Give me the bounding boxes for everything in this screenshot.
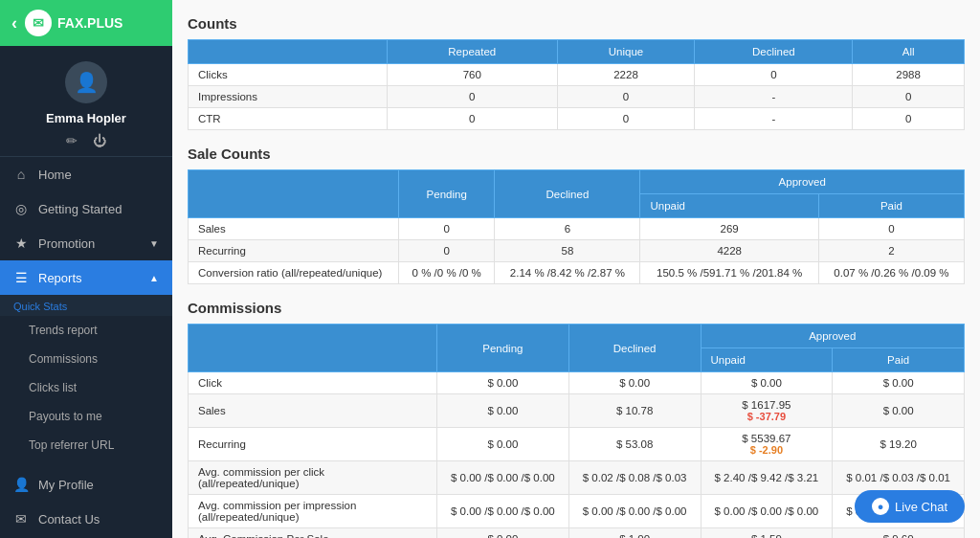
table-row: Conversion ratio (all/repeated/unique) 0… (189, 262, 965, 284)
cell-comm-recurring-pending: $ 0.00 (437, 428, 569, 461)
brand-name: FAX.PLUS (57, 15, 122, 31)
sidebar-item-promotion[interactable]: ★ Promotion ▼ (0, 226, 172, 260)
cell-ctr-unique: 0 (557, 108, 695, 130)
live-chat-label: Live Chat (895, 500, 947, 514)
counts-col-declined: Declined (695, 40, 853, 64)
cell-conversion-paid: 0.07 % /0.26 % /0.09 % (818, 262, 964, 284)
top-referrer-url-label: Top referrer URL (29, 438, 114, 452)
cell-comm-sales-unpaid-refund: $ -37.79 (711, 411, 823, 422)
sidebar-item-getting-started[interactable]: ◎ Getting Started (0, 191, 172, 226)
cell-avg-sale-paid: $ 9.60 (833, 528, 965, 539)
table-row: Sales 0 6 269 0 (189, 218, 965, 240)
cell-comm-recurring-declined: $ 53.08 (568, 428, 701, 461)
my-profile-icon: 👤 (13, 477, 29, 492)
cell-avg-click-label: Avg. commission per click (all/repeated/… (189, 461, 437, 495)
table-row: Recurring $ 0.00 $ 53.08 $ 5539.67 $ -2.… (189, 428, 965, 461)
sale-col-label (189, 170, 399, 218)
getting-started-icon: ◎ (13, 201, 29, 216)
cell-comm-recurring-label: Recurring (189, 428, 437, 461)
counts-col-unique: Unique (557, 40, 695, 64)
cell-impressions-declined: - (695, 86, 853, 108)
counts-col-all: All (853, 40, 965, 64)
main-content: Counts Repeated Unique Declined All Clic… (172, 0, 980, 538)
cell-clicks-declined: 0 (695, 64, 853, 86)
cell-comm-sales-label: Sales (189, 394, 437, 428)
cell-comm-sales-pending: $ 0.00 (437, 394, 569, 428)
cell-ctr-all: 0 (853, 108, 965, 130)
sidebar-item-contact-us[interactable]: ✉ Contact Us (0, 502, 172, 536)
cell-click-declined: $ 0.00 (568, 372, 701, 394)
commissions-title: Commissions (188, 300, 965, 316)
sale-col-pending: Pending (399, 170, 495, 218)
sidebar-subitem-trends-report[interactable]: Trends report (0, 316, 172, 345)
cell-sales-pending: 0 (399, 218, 495, 240)
cell-click-paid: $ 0.00 (833, 372, 965, 394)
cell-sales-paid: 0 (818, 218, 964, 240)
cell-conversion-label: Conversion ratio (all/repeated/unique) (189, 262, 399, 284)
edit-profile-icon[interactable]: ✏ (66, 133, 78, 148)
cell-avg-sale-unpaid: $ 1.59 (701, 528, 833, 539)
chevron-up-icon: ▲ (149, 273, 159, 283)
sidebar-subitem-payouts-to-me[interactable]: Payouts to me (0, 402, 172, 431)
cell-comm-sales-unpaid-main: $ 1617.95 (711, 399, 823, 411)
cell-impressions-unique: 0 (557, 86, 695, 108)
sidebar-item-my-profile[interactable]: 👤 My Profile (0, 467, 172, 502)
cell-impressions-label: Impressions (189, 86, 388, 108)
cell-conversion-declined: 2.14 % /8.42 % /2.87 % (495, 262, 640, 284)
table-row: Click $ 0.00 $ 0.00 $ 0.00 $ 0.00 (189, 372, 965, 394)
cell-avg-impression-unpaid: $ 0.00 /$ 0.00 /$ 0.00 (701, 495, 833, 528)
avatar: 👤 (65, 61, 107, 103)
promotion-icon: ★ (13, 235, 29, 251)
user-actions: ✏ ⏻ (66, 133, 106, 148)
comm-col-label (189, 325, 437, 372)
table-row: Impressions 0 0 - 0 (189, 86, 965, 108)
cell-conversion-unpaid: 150.5 % /591.71 % /201.84 % (640, 262, 818, 284)
cell-avg-sale-pending: $ 0.00 (437, 528, 569, 539)
cell-avg-impression-pending: $ 0.00 /$ 0.00 /$ 0.00 (437, 495, 569, 528)
cell-conversion-pending: 0 % /0 % /0 % (399, 262, 495, 284)
cell-comm-sales-paid: $ 0.00 (833, 394, 965, 428)
home-icon: ⌂ (13, 167, 29, 182)
table-row: Recurring 0 58 4228 2 (189, 240, 965, 262)
sidebar-item-reports[interactable]: ☰ Reports ▲ (0, 260, 172, 295)
sidebar-item-label: Reports (38, 271, 82, 285)
cell-comm-sales-declined: $ 10.78 (568, 394, 701, 428)
sidebar-subitem-commissions[interactable]: Commissions (0, 345, 172, 373)
live-chat-icon: ● (872, 498, 889, 515)
cell-comm-recurring-unpaid: $ 5539.67 $ -2.90 (701, 428, 833, 461)
clicks-list-label: Clicks list (29, 381, 77, 394)
table-row: Avg. commission per impression (all/repe… (189, 495, 965, 528)
cell-avg-click-pending: $ 0.00 /$ 0.00 /$ 0.00 (437, 461, 569, 495)
user-section: 👤 Emma Hopler ✏ ⏻ (0, 46, 172, 157)
cell-comm-recurring-unpaid-chargeback: $ -2.90 (711, 444, 823, 456)
counts-table: Repeated Unique Declined All Clicks 760 … (188, 39, 965, 130)
sidebar-item-home[interactable]: ⌂ Home (0, 157, 172, 191)
cell-click-unpaid: $ 0.00 (701, 372, 833, 394)
live-chat-button[interactable]: ● Live Chat (855, 490, 965, 523)
cell-click-label: Click (189, 372, 437, 394)
logout-icon[interactable]: ⏻ (93, 133, 106, 148)
cell-sales-declined: 6 (495, 218, 640, 240)
sidebar-item-label: My Profile (38, 478, 94, 492)
sidebar-subitem-clicks-list[interactable]: Clicks list (0, 373, 172, 402)
cell-avg-sale-label: Avg. Commission Per Sale (189, 528, 437, 539)
cell-recurring-unpaid: 4228 (640, 240, 818, 262)
sidebar-header: ‹ ✉ FAX.PLUS (0, 0, 172, 46)
sidebar-subitem-top-referrer-url[interactable]: Top referrer URL (0, 431, 172, 460)
sidebar-logo: ✉ FAX.PLUS (25, 10, 122, 36)
cell-sales-label: Sales (189, 218, 399, 240)
back-button[interactable]: ‹ (11, 13, 17, 34)
comm-col-pending: Pending (437, 325, 569, 372)
sale-counts-title: Sale Counts (188, 146, 965, 162)
comm-col-approved: Approved (701, 325, 965, 348)
table-row: CTR 0 0 - 0 (189, 108, 965, 130)
counts-title: Counts (188, 15, 965, 32)
cell-sales-unpaid: 269 (640, 218, 818, 240)
cell-ctr-repeated: 0 (387, 108, 557, 130)
cell-comm-recurring-paid: $ 19.20 (833, 428, 965, 461)
cell-recurring-paid: 2 (818, 240, 964, 262)
counts-col-label (189, 40, 388, 64)
cell-clicks-unique: 2228 (557, 64, 695, 86)
table-row: Sales $ 0.00 $ 10.78 $ 1617.95 $ -37.79 … (189, 394, 965, 428)
payouts-to-me-label: Payouts to me (29, 410, 102, 423)
